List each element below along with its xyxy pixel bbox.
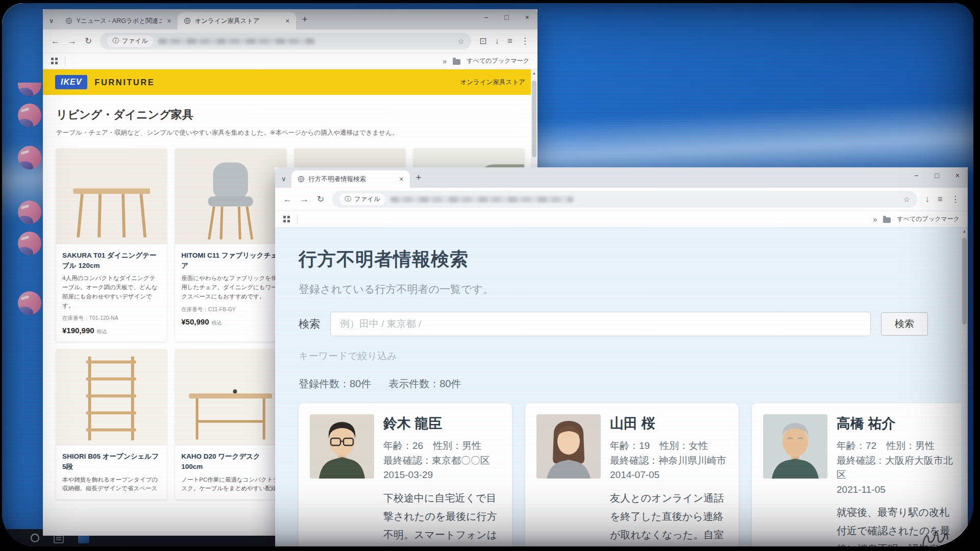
menu-kebab-icon[interactable]: ⋮	[951, 194, 960, 205]
page-title: 行方不明者情報検索	[299, 247, 947, 272]
page-subtitle: 登録されている行方不明者の一覧です。	[299, 282, 947, 296]
registered-count: 登録件数：80件	[299, 377, 371, 391]
close-tab-icon[interactable]: ×	[284, 17, 290, 25]
forward-icon[interactable]: →	[300, 194, 309, 205]
reading-list-icon[interactable]: ≡	[938, 194, 943, 205]
contact-avatar	[18, 201, 41, 224]
back-icon[interactable]: ←	[283, 194, 292, 205]
download-icon[interactable]: ↓	[495, 36, 500, 46]
minimize-button[interactable]: −	[484, 13, 488, 21]
bookmark-star-icon[interactable]: ☆	[903, 195, 910, 204]
all-bookmarks-label[interactable]: すべてのブックマーク	[467, 57, 529, 65]
missing-persons-page: 行方不明者情報検索 登録されている行方不明者の一覧です。 検索 検索 キーワード…	[275, 228, 968, 546]
person-age-sex: 年齢：72 性別：男性	[837, 439, 954, 454]
page-subtitle: テーブル・チェア・収納など、シンプルで使いやすい家具を集めました。※本ページから…	[56, 129, 524, 137]
scrollbar[interactable]: ▲	[961, 228, 968, 546]
contact-avatar	[18, 104, 41, 127]
file-scheme-label: ファイル	[354, 195, 380, 204]
tab-furniture-store[interactable]: オンライン家具ストア ×	[178, 12, 296, 30]
open-shelf-photo	[56, 349, 167, 445]
reload-icon[interactable]: ↻	[317, 194, 324, 205]
tab-search-button[interactable]: ∨	[49, 17, 54, 24]
extensions-icon[interactable]: ⊡	[479, 36, 486, 46]
product-card[interactable]: SHIORI B05 オープンシェルフ5段 本や雑貨を飾れるオープンタイプの収納…	[56, 349, 167, 499]
tab-search-button[interactable]: ∨	[281, 175, 286, 183]
file-scheme-chip: ⓘ ファイル	[107, 35, 153, 47]
tab-news[interactable]: Yニュース - ARGラボと関連ニュース ×	[59, 12, 178, 30]
close-button[interactable]: ×	[525, 13, 529, 21]
tab-title: 行方不明者情報検索	[309, 175, 395, 184]
result-counts: 登録件数：80件 表示件数：80件	[299, 377, 947, 391]
store-brand: FURNITURE	[94, 78, 155, 87]
person-last-seen: 最終確認：東京都〇〇区	[383, 454, 501, 468]
info-icon: ⓘ	[345, 195, 351, 204]
forward-icon[interactable]: →	[68, 36, 77, 46]
scroll-up-icon[interactable]: ▲	[531, 69, 537, 76]
contact-avatar	[18, 291, 41, 315]
close-button[interactable]: ×	[955, 171, 960, 180]
download-icon[interactable]: ↓	[925, 194, 930, 205]
bookmarks-bar: » すべてのブックマーク	[43, 53, 537, 69]
store-logo: IKEV	[55, 75, 87, 89]
minimize-button[interactable]: −	[914, 171, 918, 180]
contact-avatar	[18, 232, 41, 255]
address-bar[interactable]: ⓘ ファイル ☆	[100, 33, 471, 49]
work-desk-photo	[175, 349, 286, 445]
contact-avatar	[18, 83, 41, 96]
close-tab-icon[interactable]: ×	[166, 17, 172, 25]
reload-icon[interactable]: ↻	[85, 36, 92, 46]
person-age-sex: 年齢：19 性別：女性	[610, 439, 727, 454]
missing-persons-browser-window: ∨ 行方不明者情報検索 × + − □ × ← → ↻ ⓘ ファイル	[275, 167, 968, 546]
scroll-up-icon[interactable]: ▲	[961, 228, 968, 234]
person-last-seen: 最終確認：神奈川県川崎市	[610, 454, 727, 468]
maximize-button[interactable]: □	[935, 171, 939, 180]
scrollbar-thumb[interactable]	[962, 238, 967, 324]
tab-missing-persons[interactable]: 行方不明者情報検索 ×	[291, 170, 410, 188]
bookmarks-overflow-icon[interactable]: »	[443, 57, 447, 65]
bookmarks-overflow-icon[interactable]: »	[873, 215, 877, 223]
search-circle-icon[interactable]	[31, 534, 39, 542]
search-button[interactable]: 検索	[881, 312, 928, 336]
store-header: IKEV FURNITURE オンライン家具ストア	[43, 69, 537, 95]
bookmark-star-icon[interactable]: ☆	[458, 37, 464, 45]
product-price-row: ¥50,990税込	[181, 317, 280, 327]
new-tab-button[interactable]: +	[302, 14, 308, 25]
reading-list-icon[interactable]: ≡	[507, 36, 512, 46]
crt-screen: ∨ Yニュース - ARGラボと関連ニュース × オンライン家具ストア × + …	[2, 3, 973, 546]
maximize-button[interactable]: □	[504, 13, 508, 21]
apps-grid-icon[interactable]	[51, 58, 58, 64]
menu-kebab-icon[interactable]: ⋮	[521, 36, 529, 46]
bookmarks-bar: » すべてのブックマーク	[275, 211, 968, 228]
person-last-seen: 最終確認：大阪府大阪市北区	[837, 454, 954, 483]
address-bar[interactable]: ⓘ ファイル ☆	[332, 191, 917, 208]
search-row: 検索 検索	[299, 312, 947, 336]
browser-toolbar: ← → ↻ ⓘ ファイル ☆ ↓ ≡ ⋮	[275, 188, 968, 211]
person-name: 鈴木 龍臣	[383, 414, 501, 433]
all-bookmarks-label[interactable]: すべてのブックマーク	[897, 215, 960, 223]
signature-mark	[919, 528, 951, 546]
person-name: 高橋 祐介	[837, 414, 954, 433]
product-stock: 在庫番号：T01-120-NA	[62, 315, 161, 322]
tab-title: Yニュース - ARGラボと関連ニュース	[77, 17, 162, 26]
page-title: リビング・ダイニング家具	[56, 107, 524, 122]
search-input[interactable]	[330, 312, 871, 336]
new-tab-button[interactable]: +	[416, 172, 422, 183]
scrollbar-thumb[interactable]	[532, 81, 536, 157]
store-header-link[interactable]: オンライン家具ストア	[460, 78, 525, 87]
product-card[interactable]: HITOMI C11 ファブリックチェア 座面にやわらかなファブリックを使用した…	[175, 148, 286, 341]
product-card[interactable]: KAHO D20 ワークデスク 100cm ノートPC作業に最適なコンパクトデス…	[175, 349, 286, 499]
browser-toolbar: ← → ↻ ⓘ ファイル ☆ ⊡ ↓ ≡ ⋮	[43, 30, 537, 53]
person-card[interactable]: 高橋 祐介 年齢：72 性別：男性 最終確認：大阪府大阪市北区 2021-11-…	[752, 403, 965, 546]
product-name: KAHO D20 ワークデスク 100cm	[181, 452, 280, 471]
back-icon[interactable]: ←	[51, 36, 60, 46]
file-scheme-chip: ⓘ ファイル	[339, 193, 385, 205]
product-desc: 本や雑貨を飾れるオープンタイプの収納棚。縦長デザインで省スペース	[62, 475, 161, 494]
close-tab-icon[interactable]: ×	[398, 175, 404, 183]
globe-icon	[298, 176, 305, 183]
person-card[interactable]: 鈴木 龍臣 年齢：26 性別：男性 最終確認：東京都〇〇区 2015-03-29…	[299, 403, 512, 546]
product-card[interactable]: SAKURA T01 ダイニングテーブル 120cm 4人用のコンパクトなダイニ…	[56, 148, 167, 341]
apps-grid-icon[interactable]	[283, 216, 290, 222]
person-card[interactable]: 山田 桜 年齢：19 性別：女性 最終確認：神奈川県川崎市 2014-07-05…	[525, 403, 739, 546]
search-label: 検索	[299, 317, 320, 331]
product-desc: 座面にやわらかなファブリックを使用したチェア。ダイニングにもワークスペースにもお…	[181, 274, 280, 301]
